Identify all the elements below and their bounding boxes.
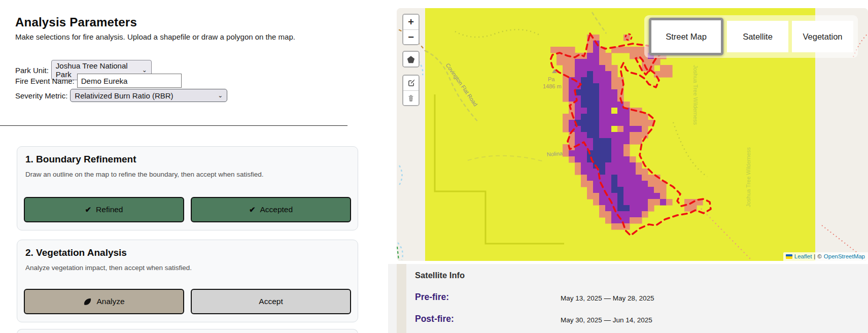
peak-label-fragment: Pa (548, 76, 555, 82)
zoom-control: + − (402, 14, 420, 45)
trash-icon (407, 94, 415, 103)
boundary-refinement-description: Draw an outline on the map to refine the… (25, 171, 350, 178)
check-icon: ✔ (249, 205, 256, 214)
severity-metric-selected-value: Relativized Burn Ratio (RBR) (75, 91, 173, 100)
severity-metric-row: Severity Metric: Relativized Burn Ratio … (15, 89, 227, 102)
minus-icon: − (408, 31, 414, 43)
peak-elevation-label: 1486 m (543, 83, 562, 89)
accepted-button-label: Accepted (260, 205, 293, 214)
vegetation-analysis-card: 2. Vegetation Analysis Analyze vegetatio… (17, 240, 358, 322)
delete-layers-button[interactable] (403, 90, 419, 105)
layer-button-street-map[interactable]: Street Map (649, 18, 723, 55)
fire-event-label: Fire Event Name: (15, 77, 75, 85)
map-attribution: Leaflet | © OpenStreetMap (783, 252, 868, 261)
wilderness-label-lower: Joshua Tree Wilderness (745, 147, 751, 207)
boundary-refinement-title: 1. Boundary Refinement (25, 154, 350, 165)
leaflet-map[interactable]: Covington Flat Road Nolina Cove Road Jos… (397, 8, 868, 261)
pre-fire-dates: May 13, 2025 — May 28, 2025 (561, 294, 654, 302)
vegetation-analysis-description: Analyze vegetation impact, then accept w… (25, 264, 350, 272)
check-icon: ✔ (85, 205, 91, 214)
satellite-info-panel: Satellite Info Pre-fire: May 13, 2025 — … (388, 264, 868, 333)
severity-metric-select[interactable]: Relativized Burn Ratio (RBR) ⌄ (70, 89, 227, 102)
fire-event-row: Fire Event Name: (15, 74, 182, 88)
refined-button-label: Refined (96, 205, 123, 214)
leaflet-link[interactable]: Leaflet (794, 253, 812, 259)
next-section-card-edge (17, 329, 358, 333)
chevron-down-icon: ⌄ (218, 92, 223, 98)
layer-button-satellite[interactable]: Satellite (727, 21, 788, 52)
fire-event-input[interactable] (77, 74, 182, 88)
analysis-parameters-panel: Analysis Parameters Make selections for … (0, 0, 364, 333)
zoom-out-button[interactable]: − (403, 29, 419, 44)
panel-gutter (397, 264, 406, 333)
post-fire-label: Post-fire: (415, 314, 454, 324)
edit-icon (407, 79, 415, 87)
edit-control (402, 75, 420, 106)
plus-icon: + (408, 16, 414, 28)
ukraine-flag-icon (786, 254, 792, 259)
boundary-refinement-card: 1. Boundary Refinement Draw an outline o… (17, 146, 358, 230)
draw-control (402, 51, 420, 68)
pentagon-icon (406, 55, 415, 64)
chevron-down-icon: ⌄ (142, 67, 147, 73)
post-fire-dates: May 30, 2025 — Jun 14, 2025 (561, 316, 652, 324)
wilderness-label-upper: Joshua Tree Wilderness (692, 65, 699, 125)
vegetation-analysis-title: 2. Vegetation Analysis (25, 247, 350, 258)
openstreetmap-link[interactable]: OpenStreetMap (824, 253, 865, 259)
page-subtitle: Make selections for fire analysis. Uploa… (15, 32, 295, 41)
edit-layers-button[interactable] (403, 76, 419, 90)
page-title: Analysis Parameters (15, 15, 137, 29)
draw-polygon-button[interactable] (403, 52, 419, 66)
accepted-button[interactable]: ✔ Accepted (191, 197, 351, 222)
refined-button[interactable]: ✔ Refined (24, 197, 184, 222)
copyright-symbol: © (817, 253, 821, 259)
satellite-info-title: Satellite Info (415, 271, 465, 280)
layer-label-satellite: Satellite (743, 32, 773, 42)
layer-label-vegetation: Vegetation (803, 32, 843, 42)
leaf-icon (83, 297, 92, 306)
zoom-in-button[interactable]: + (403, 15, 419, 29)
park-unit-label: Park Unit: (15, 66, 49, 75)
accept-button[interactable]: Accept (191, 289, 351, 314)
severity-metric-label: Severity Metric: (15, 91, 67, 100)
analyze-button-label: Analyze (96, 297, 124, 306)
accept-button-label: Accept (259, 297, 283, 306)
section-divider (0, 125, 348, 126)
layer-switcher: Street Map Satellite Vegetation (644, 15, 858, 58)
analyze-button[interactable]: Analyze (24, 289, 184, 314)
layer-label-street-map: Street Map (666, 32, 707, 42)
attribution-separator: | (814, 253, 815, 259)
layer-button-vegetation[interactable]: Vegetation (792, 21, 853, 52)
pre-fire-label: Pre-fire: (415, 292, 449, 303)
